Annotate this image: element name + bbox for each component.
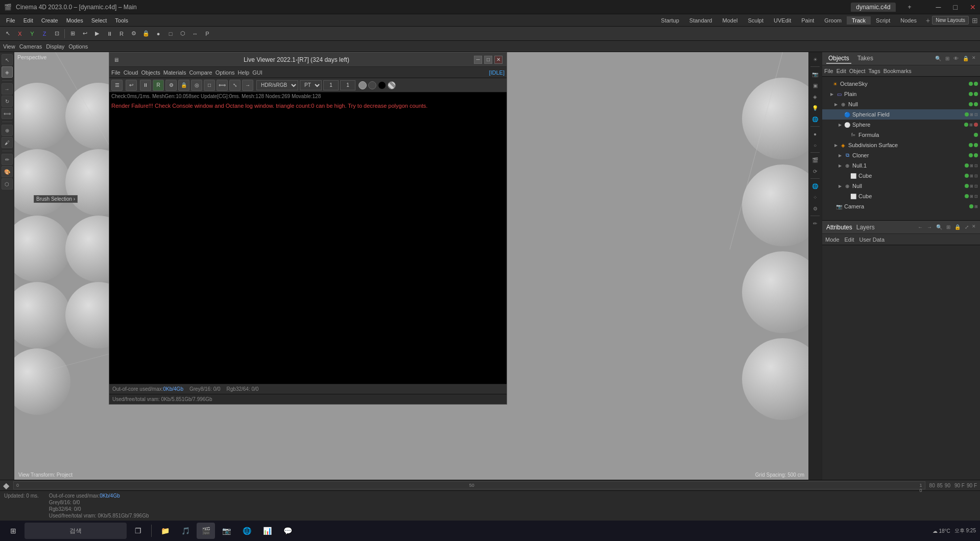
tree-item-spherical-field[interactable]: 🔵 Spherical Field ⊞ ⊡ <box>822 109 980 120</box>
tb-add[interactable]: ⊕ <box>2 125 13 136</box>
ri-scatter[interactable]: ⁘ <box>810 192 820 202</box>
taskbar-cinema4d[interactable]: 🎬 <box>197 523 215 539</box>
tool-sphere[interactable]: ● <box>153 28 164 39</box>
lv-color-black[interactable] <box>378 81 386 89</box>
ri-render[interactable]: ▣ <box>810 80 820 90</box>
lv-input2[interactable] <box>340 80 355 90</box>
tab-standard[interactable]: Standard <box>684 16 718 25</box>
tool-settings[interactable]: ⚙ <box>128 28 139 39</box>
lv-tb-undo[interactable]: ↩ <box>126 80 137 91</box>
lv-tb-box[interactable]: □ <box>204 80 215 91</box>
vp-view[interactable]: View <box>3 43 15 50</box>
obj-icon-filter[interactable]: ⊞ <box>944 55 950 62</box>
ri-material[interactable]: ◈ <box>810 91 820 102</box>
tree-item-null[interactable]: ▶ ⊕ Null <box>822 99 980 109</box>
tool-select[interactable]: ↖ <box>2 28 13 39</box>
obj-icon-lock2[interactable]: 🔒 <box>962 55 970 62</box>
tb-paint[interactable]: 🎨 <box>2 166 13 177</box>
ri-camera[interactable]: 📷 <box>810 69 820 79</box>
obj-tb-bookmarks[interactable]: Bookmarks <box>883 68 912 74</box>
objects-tab[interactable]: Objects <box>826 54 851 64</box>
tab-dynamic[interactable]: dynamic.c4d <box>851 3 895 12</box>
lv-tb-circle2[interactable]: ◎ <box>191 80 202 91</box>
taskbar-app7[interactable]: 💬 <box>278 523 297 539</box>
tree-item-null1[interactable]: ▶ ⊕ Null.1 ⊞ ⊡ <box>822 160 980 171</box>
attr-tb-edit[interactable]: Edit <box>845 237 854 243</box>
lv-menu-compare[interactable]: Compare <box>189 69 212 76</box>
taskbar-start[interactable]: ⊞ <box>4 523 22 539</box>
attr-icon-filter2[interactable]: ⊞ <box>945 224 951 230</box>
attr-icon-expand[interactable]: ⤢ <box>964 224 970 230</box>
ri-anim[interactable]: 🎬 <box>810 155 820 165</box>
attr-panel-close[interactable]: ✕ <box>972 224 976 230</box>
tree-item-formula[interactable]: f= Formula <box>822 130 980 140</box>
ri-settings2[interactable]: ⚙ <box>810 203 820 214</box>
lv-tb-menu[interactable]: ☰ <box>111 80 123 91</box>
tab-paint[interactable]: Paint <box>796 16 819 25</box>
tool-y[interactable]: Y <box>27 28 38 39</box>
tab-nodes[interactable]: Nodes <box>895 16 922 25</box>
lv-color-dark[interactable] <box>368 81 376 89</box>
tb-select[interactable]: ↖ <box>2 54 13 65</box>
lv-input1[interactable] <box>323 80 339 90</box>
tb-sculpt[interactable]: ⬡ <box>2 178 13 190</box>
tree-item-camera[interactable]: 📷 Camera ⊞ <box>822 201 980 211</box>
timeline-ruler[interactable]: 0 50 10 <box>13 481 925 489</box>
lv-color-gray[interactable] <box>358 81 367 89</box>
tool-x[interactable]: X <box>14 28 26 39</box>
obj-tb-edit[interactable]: Edit <box>836 68 846 74</box>
vp-cameras[interactable]: Cameras <box>19 43 42 50</box>
tab-script[interactable]: Script <box>871 16 895 25</box>
tab-track[interactable]: Track <box>847 16 871 25</box>
obj-icon-eye[interactable]: 👁 <box>952 55 960 62</box>
menu-tools[interactable]: Tools <box>111 16 132 25</box>
attr-tb-mode[interactable]: Mode <box>825 237 840 243</box>
lv-minimize[interactable]: ─ <box>474 56 482 64</box>
taskbar-app1[interactable]: 📁 <box>156 523 174 539</box>
lv-menu-materials[interactable]: Materials <box>163 69 186 76</box>
lv-close[interactable]: ✕ <box>494 56 503 64</box>
lv-tb-resize[interactable]: ⤡ <box>229 80 241 91</box>
lv-maximize[interactable]: □ <box>484 56 492 64</box>
tool-move[interactable]: ⊞ <box>67 28 78 39</box>
tab-sculpt[interactable]: Sculpt <box>743 16 769 25</box>
ri-globe[interactable]: 🌐 <box>810 181 820 191</box>
lv-tb-lock[interactable]: 🔒 <box>178 80 189 91</box>
obj-tb-file[interactable]: File <box>824 68 833 74</box>
lv-menu-file[interactable]: File <box>111 69 121 76</box>
main-viewport[interactable]: Perspective Brush Selection › View Trans… <box>14 52 808 480</box>
tb-poly[interactable]: ◈ <box>2 66 13 78</box>
close-btn[interactable]: ✕ <box>970 3 976 11</box>
tree-item-octanesky[interactable]: ☀ OctaneSky <box>822 79 980 89</box>
layers-tab[interactable]: Layers <box>856 224 875 231</box>
lv-tb-arrows[interactable]: ⟺ <box>217 80 228 91</box>
tool-play[interactable]: ▶ <box>91 28 103 39</box>
taskbar-app2[interactable]: 🎵 <box>176 523 195 539</box>
tab-model[interactable]: Model <box>717 16 743 25</box>
tree-item-plain[interactable]: ▶ ▭ Plain <box>822 89 980 99</box>
tb-scale[interactable]: ⟺ <box>2 108 13 119</box>
attr-icon-lock3[interactable]: 🔒 <box>953 224 962 230</box>
taskbar-app4[interactable]: 📷 <box>217 523 235 539</box>
lv-tb-gear[interactable]: ⚙ <box>165 80 177 91</box>
lv-menu-objects[interactable]: Objects <box>141 69 160 76</box>
tool-lock[interactable]: 🔒 <box>140 28 152 39</box>
taskbar-app5[interactable]: 🌐 <box>237 523 256 539</box>
lv-menu-help[interactable]: Help <box>238 69 250 76</box>
vp-display[interactable]: Display <box>46 43 64 50</box>
attr-icon-back[interactable]: ← <box>917 224 924 230</box>
tb-brush[interactable]: 🖌 <box>2 137 13 148</box>
new-layouts-btn[interactable]: New Layouts <box>932 16 969 25</box>
menu-modes[interactable]: Modes <box>62 16 87 25</box>
tb-rotate[interactable]: ↻ <box>2 96 13 107</box>
tool-pause[interactable]: ⏸ <box>104 28 115 39</box>
lv-color-checker[interactable] <box>388 81 396 89</box>
taskbar-search[interactable]: 검색 <box>25 523 127 539</box>
tool-box[interactable]: □ <box>165 28 176 39</box>
tree-item-sphere[interactable]: ▶ ⚪ Sphere ⊞ <box>822 120 980 130</box>
lv-pt-select[interactable]: PT <box>300 80 322 90</box>
ri-sun[interactable]: ☀ <box>810 54 820 64</box>
new-tab-btn[interactable]: + <box>908 4 912 11</box>
menu-edit[interactable]: Edit <box>19 16 37 25</box>
tab-uvedit[interactable]: UVEdit <box>769 16 796 25</box>
